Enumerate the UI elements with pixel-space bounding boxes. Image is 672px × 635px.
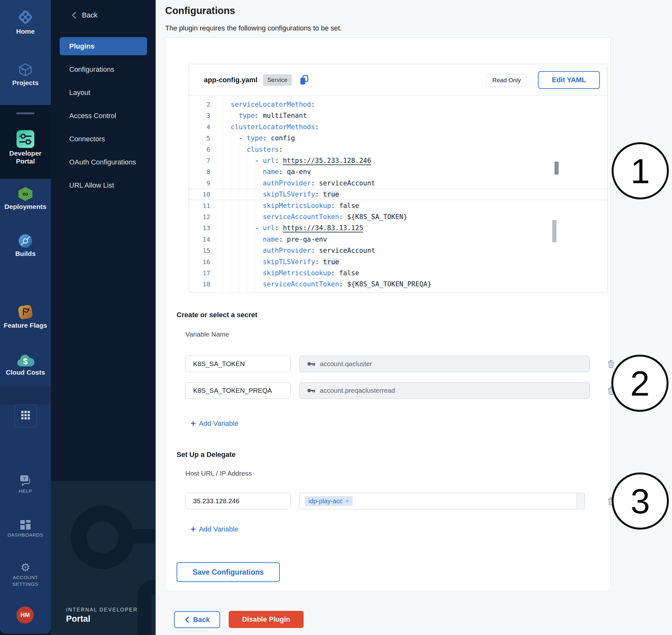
add-variable-link[interactable]: + Add Variable <box>191 419 239 428</box>
submenu-separator <box>60 32 147 33</box>
line-content: skipTLSVerify: true <box>210 258 339 266</box>
submenu-item-layout[interactable]: Layout <box>60 84 147 102</box>
variable-name-input[interactable]: K8S_SA_TOKEN <box>185 356 290 372</box>
line-content: serviceAccountToken: ${K8S_SA_TOKEN_PREQ… <box>210 280 431 288</box>
line-content: serviceAccountToken: ${K8S_SA_TOKEN} <box>210 213 408 221</box>
decor-ring <box>71 505 134 569</box>
disable-plugin-button[interactable]: Disable Plugin <box>229 611 304 628</box>
scrollbar-thumb[interactable] <box>555 161 559 175</box>
line-content: type: multiTenant <box>210 112 307 119</box>
plus-icon: + <box>191 526 196 533</box>
yaml-line-7: 7 - url: https://35.233.128.246 <box>189 155 607 166</box>
back-label: Back <box>82 11 97 19</box>
delegate-tags-input[interactable]: idp-play-acc× <box>299 493 585 509</box>
primary-sidebar: Home Projects Developer Portal ∞ Deploym… <box>0 0 51 634</box>
submenu-item-url-allow-list[interactable]: URL Allow List <box>60 176 147 194</box>
back-nav[interactable]: Back <box>70 11 97 20</box>
variable-name-label: Variable Name <box>186 330 229 338</box>
scrollbar-thumb[interactable] <box>552 220 557 242</box>
line-content: name: qa-env <box>210 168 311 176</box>
user-avatar[interactable]: HM <box>17 607 34 623</box>
sidebar-item-label: Builds <box>0 249 51 258</box>
brand-title: Portal <box>66 614 90 624</box>
sidebar-item-label: Developer Portal <box>0 149 51 165</box>
edit-yaml-button[interactable]: Edit YAML <box>538 71 600 89</box>
sidebar-item-label: ACCOUNT SETTINGS <box>0 574 51 587</box>
save-configurations-button[interactable]: Save Configurations <box>177 562 280 582</box>
variable-name-input[interactable]: K8S_SA_TOKEN_PREQA <box>185 382 290 399</box>
sidebar-item-feature-flags[interactable]: Feature Flags <box>0 304 51 329</box>
sidebar-item-builds[interactable]: Builds <box>0 234 51 258</box>
delegate-section-heading: Set Up a Delegate <box>177 451 236 459</box>
tag-remove-icon[interactable]: × <box>346 498 349 504</box>
line-content: authProvider: serviceAccount <box>210 179 375 187</box>
footer-back-button[interactable]: Back <box>174 611 220 628</box>
sidebar-item-dashboards[interactable]: DASHBOARDS <box>0 520 51 538</box>
yaml-line-16: 16 skipTLSVerify: true <box>189 256 607 267</box>
line-number: 15 <box>189 247 210 254</box>
sidebar-item-cloud-costs[interactable]: $ Cloud Costs <box>0 353 51 376</box>
submenu-item-configurations[interactable]: Configurations <box>60 60 147 79</box>
yaml-line-15: 15 authProvider: serviceAccount <box>189 245 607 256</box>
grid-icon <box>21 410 31 422</box>
svg-text:∞: ∞ <box>23 189 28 198</box>
line-content: kubernetes: <box>210 96 267 97</box>
secret-selector[interactable]: account.preqaclusterread <box>299 382 590 399</box>
submenu-item-access-control[interactable]: Access Control <box>60 107 147 125</box>
line-number: 3 <box>189 112 210 119</box>
line-number: 16 <box>189 258 210 266</box>
add-delegate-variable-link[interactable]: + Add Variable <box>191 525 239 533</box>
submenu-item-connectors[interactable]: Connectors <box>60 130 147 148</box>
yaml-line-8: 8 name: qa-env <box>189 167 607 177</box>
line-number: 18 <box>189 280 210 288</box>
secret-section-heading: Create or select a secret <box>177 311 257 319</box>
host-url-input[interactable]: 35.233.128.246 <box>185 493 290 509</box>
yaml-line-1: 1kubernetes: <box>189 96 607 99</box>
line-content: - url: https://34.83.13.125 <box>210 224 363 232</box>
secret-rows: K8S_SA_TOKENaccount.qaclusterK8S_SA_TOKE… <box>185 356 616 409</box>
sidebar-collapse-band[interactable] <box>0 387 51 404</box>
sidebar-item-home[interactable]: Home <box>0 8 51 35</box>
line-number: 5 <box>189 134 210 142</box>
sidebar-item-deployments[interactable]: ∞ Deployments <box>0 187 51 211</box>
line-number: 11 <box>189 202 210 210</box>
annotation-circle-1: 1 <box>612 142 669 199</box>
module-grid-button[interactable] <box>15 404 37 428</box>
sidebar-item-developer-portal[interactable]: Developer Portal <box>0 130 51 165</box>
line-content: clusterLocatorMethods: <box>210 123 319 131</box>
key-icon <box>307 388 316 393</box>
secondary-sidebar: Back PluginsConfigurationsLayoutAccess C… <box>51 0 156 635</box>
delegate-tag: idp-play-acc× <box>305 496 352 506</box>
sidebar-item-label: Cloud Costs <box>0 368 51 376</box>
yaml-file-name: app-config.yaml <box>204 76 258 84</box>
line-number: 12 <box>189 213 210 221</box>
decor-rect <box>137 580 156 635</box>
copy-icon[interactable] <box>299 74 310 85</box>
delete-variable-icon[interactable] <box>606 359 616 369</box>
dashboards-icon <box>20 526 31 531</box>
sidebar-item-projects[interactable]: Projects <box>0 62 51 87</box>
sidebar-item-account-settings[interactable]: ⚙ ACCOUNT SETTINGS <box>0 562 51 587</box>
read-only-button[interactable]: Read Only <box>486 74 526 87</box>
submenu-item-oauth-configurations[interactable]: OAuth Configurations <box>60 153 147 171</box>
decor-bar <box>132 529 156 544</box>
deployments-icon: ∞ <box>18 197 33 202</box>
yaml-line-12: 12 serviceAccountToken: ${K8S_SA_TOKEN} <box>189 211 607 222</box>
add-variable-label: Add Variable <box>199 525 238 533</box>
svg-text:$: $ <box>23 357 28 366</box>
svg-text:?: ? <box>23 476 26 481</box>
line-number: 6 <box>189 146 210 153</box>
line-number: 13 <box>189 224 210 232</box>
line-content: serviceLocatorMethod: <box>210 101 315 108</box>
field-scroll-strip[interactable] <box>577 493 585 509</box>
line-content: name: pre-qa-env <box>210 236 327 243</box>
service-badge: Service <box>263 74 292 86</box>
line-content: skipMetricsLookup: false <box>210 269 359 277</box>
yaml-editor-header: app-config.yaml Service Read Only Edit Y… <box>189 64 607 96</box>
submenu-item-plugins[interactable]: Plugins <box>60 37 147 55</box>
secret-selector[interactable]: account.qacluster <box>299 356 590 372</box>
yaml-line-6: 6 clusters: <box>189 144 607 155</box>
line-content: skipTLSVerify: true <box>210 191 339 198</box>
yaml-line-2: 2 serviceLocatorMethod: <box>189 99 607 110</box>
sidebar-item-help[interactable]: ? HELP <box>0 474 51 494</box>
